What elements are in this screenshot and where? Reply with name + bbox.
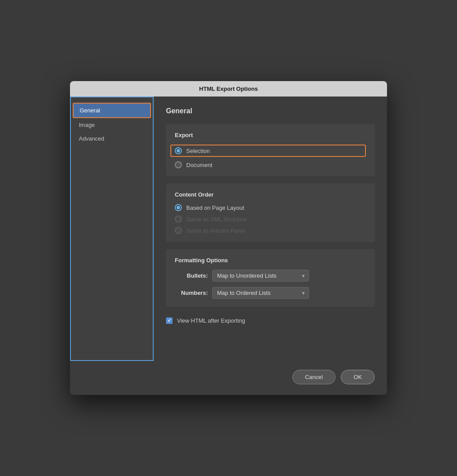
dialog-footer: Cancel OK <box>70 361 387 395</box>
numbers-row: Numbers: Map to Ordered Lists Map to Uno… <box>175 287 366 299</box>
dialog-title: HTML Export Options <box>199 86 258 92</box>
content-order-panel: Content Order Based on Page Layout Same … <box>166 183 375 242</box>
formatting-title: Formatting Options <box>175 257 366 264</box>
document-radio-circle <box>175 161 182 168</box>
export-selection-option[interactable]: Selection <box>170 145 366 157</box>
export-panel: Export Selection Document <box>166 124 375 176</box>
content-order-title: Content Order <box>175 191 366 198</box>
document-radio-label: Document <box>186 162 212 168</box>
view-html-label: View HTML after Exporting <box>177 317 245 324</box>
view-html-checkbox[interactable] <box>166 317 173 324</box>
export-panel-title: Export <box>175 132 366 138</box>
export-radio-group: Selection Document <box>175 145 366 168</box>
bullets-label: Bullets: <box>175 272 208 279</box>
content-order-page-layout[interactable]: Based on Page Layout <box>175 204 366 211</box>
page-layout-label: Based on Page Layout <box>186 205 244 211</box>
articles-radio <box>175 227 182 234</box>
articles-label: Same as Articles Panel <box>186 227 245 234</box>
xml-label: Same as XML Structure <box>186 216 247 223</box>
numbers-select[interactable]: Map to Ordered Lists Map to Unordered Li… <box>212 287 309 299</box>
main-content: General Export Selection Document <box>154 97 387 361</box>
view-html-row[interactable]: View HTML after Exporting <box>166 314 375 327</box>
html-export-dialog: HTML Export Options General Image Advanc… <box>70 81 387 395</box>
formatting-panel: Formatting Options Bullets: Map to Unord… <box>166 249 375 307</box>
cancel-button[interactable]: Cancel <box>292 370 335 384</box>
sidebar-item-advanced[interactable]: Advanced <box>71 132 153 145</box>
content-order-articles: Same as Articles Panel <box>175 227 366 234</box>
export-document-option[interactable]: Document <box>175 161 366 168</box>
sidebar: General Image Advanced <box>70 97 154 361</box>
bullets-select-wrapper: Map to Unordered Lists Map to Ordered Li… <box>212 270 309 282</box>
numbers-select-wrapper: Map to Ordered Lists Map to Unordered Li… <box>212 287 309 299</box>
xml-radio <box>175 216 182 223</box>
dialog-titlebar: HTML Export Options <box>70 81 387 97</box>
bullets-row: Bullets: Map to Unordered Lists Map to O… <box>175 270 366 282</box>
bullets-select[interactable]: Map to Unordered Lists Map to Ordered Li… <box>212 270 309 282</box>
ok-button[interactable]: OK <box>341 370 375 384</box>
content-order-xml: Same as XML Structure <box>175 216 366 223</box>
sidebar-item-image[interactable]: Image <box>71 118 153 132</box>
numbers-label: Numbers: <box>175 290 208 296</box>
section-title: General <box>166 107 375 115</box>
sidebar-item-general[interactable]: General <box>73 103 151 118</box>
dialog-body: General Image Advanced General Export Se… <box>70 97 387 361</box>
content-order-radio-group: Based on Page Layout Same as XML Structu… <box>175 204 366 234</box>
selection-radio-circle <box>175 147 182 154</box>
page-layout-radio <box>175 204 182 211</box>
selection-radio-label: Selection <box>186 148 210 154</box>
